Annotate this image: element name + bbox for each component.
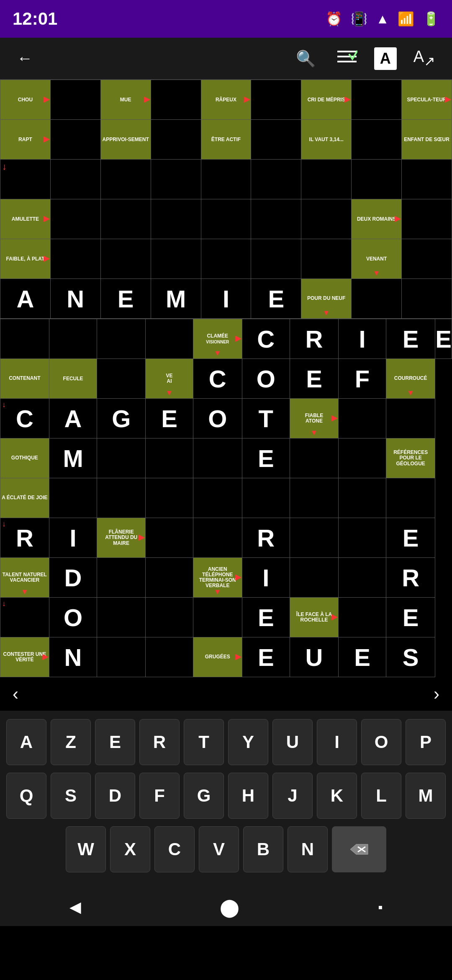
cell-letter-C3[interactable]: ↓ C	[0, 399, 49, 438]
cell-letter-A[interactable]: A	[49, 399, 97, 438]
clue-cell-clamee[interactable]: CLAMÉE ▶ VISIONNER ▼	[193, 319, 242, 359]
cell-letter-O[interactable]: O	[242, 359, 290, 399]
cell-letter-E[interactable]: E	[100, 279, 151, 319]
key-R[interactable]: R	[139, 719, 180, 765]
clue-cell-grugees[interactable]: GRUGÉES ▶	[193, 637, 242, 677]
next-button[interactable]: ›	[434, 684, 439, 704]
clue-cell-references[interactable]: RÉFÉRENCES POUR LE GÉOLOGUE	[386, 438, 435, 478]
cell-letter-E10[interactable]: E	[386, 598, 435, 637]
cell-letter-E6[interactable]: E	[145, 399, 193, 438]
clue-cell[interactable]: ENFANT DE SŒUR	[402, 120, 452, 160]
cell-letter-E5[interactable]: E	[290, 359, 339, 399]
cell-letter-F[interactable]: F	[339, 359, 386, 399]
key-Y[interactable]: Y	[228, 719, 268, 765]
check-button[interactable]	[332, 44, 362, 73]
clue-cell[interactable]: SPECULA-TEUR ▶	[402, 80, 452, 120]
key-N[interactable]: N	[288, 826, 328, 872]
cell-letter-U[interactable]: U	[290, 637, 339, 677]
key-backspace[interactable]	[332, 826, 386, 872]
clue-cell[interactable]: MUE ▶	[100, 80, 151, 120]
key-Z[interactable]: Z	[51, 719, 91, 765]
cell-letter-E8[interactable]: E	[386, 518, 435, 558]
key-G[interactable]: G	[184, 773, 224, 819]
cell-letter-I2[interactable]: I	[242, 558, 290, 598]
square-nav-button[interactable]: ▪	[378, 900, 383, 915]
key-E[interactable]: E	[95, 719, 135, 765]
key-O[interactable]: O	[361, 719, 401, 765]
cell-letter-M[interactable]: M	[151, 279, 201, 319]
key-L[interactable]: L	[361, 773, 401, 819]
key-W[interactable]: W	[66, 826, 106, 872]
clue-cell-contenant[interactable]: CONTENANT	[0, 359, 49, 399]
clue-cell-ancien-tel[interactable]: ANCIEN TÉLÉPHONE ▶ TERMINAI-SON VERBALE …	[193, 558, 242, 598]
clue-cell-fiable[interactable]: FIABLE ▶ ATONE ▼	[290, 399, 339, 438]
cell-letter-E3[interactable]: E	[386, 319, 435, 359]
clue-cell-flanerie[interactable]: FLÂNERIE ▶ ATTENDU DU MAIRE	[97, 518, 146, 558]
key-F[interactable]: F	[139, 773, 180, 819]
cell-letter-E2[interactable]: E	[251, 279, 301, 319]
cell-letter-T[interactable]: T	[242, 399, 290, 438]
clue-cell[interactable]: RAPT ▶	[0, 120, 51, 160]
cell-letter-O2[interactable]: O	[193, 399, 242, 438]
cell-letter-E11[interactable]: E	[242, 637, 290, 677]
key-S[interactable]: S	[51, 773, 91, 819]
cell-letter-N[interactable]: N	[50, 279, 100, 319]
font-a-button[interactable]: A	[374, 47, 397, 70]
key-U[interactable]: U	[272, 719, 313, 765]
cell-letter-A[interactable]: A	[0, 279, 51, 319]
clue-cell[interactable]: DEUX ROMAINS ▶	[352, 199, 402, 239]
cell-letter-S[interactable]: S	[386, 637, 435, 677]
back-nav-button[interactable]: ◀	[69, 898, 81, 916]
cell-letter-C[interactable]: C	[242, 319, 290, 359]
cell-letter-I[interactable]: I	[339, 319, 386, 359]
clue-cell[interactable]: FAIBLE, À PLAT ▶	[0, 239, 51, 279]
cell-letter-N[interactable]: N	[49, 637, 97, 677]
clue-cell-talent[interactable]: TALENT NATUREL ▼ VACANCIER	[0, 558, 49, 598]
key-C[interactable]: C	[154, 826, 195, 872]
key-V[interactable]: V	[199, 826, 239, 872]
clue-cell[interactable]: RÂPEUX ▶	[201, 80, 251, 120]
cell-empty[interactable]: ↓	[0, 160, 51, 199]
cell-letter-G[interactable]: G	[97, 399, 146, 438]
cell-letter-R3[interactable]: R	[386, 558, 435, 598]
clue-cell-ile-face[interactable]: ÎLE FACE À LA ROCHELLE ▶	[290, 598, 339, 637]
clue-cell-gothique[interactable]: GOTHIQUE	[0, 438, 49, 478]
cell-empty[interactable]: ↓	[0, 598, 49, 637]
cell-letter-D[interactable]: D	[49, 558, 97, 598]
cell-letter-R[interactable]: ↓ R	[0, 518, 49, 558]
prev-button[interactable]: ‹	[13, 684, 18, 704]
key-Q[interactable]: Q	[6, 773, 46, 819]
key-P[interactable]: P	[406, 719, 446, 765]
cell-letter-C2[interactable]: C	[193, 359, 242, 399]
clue-cell-courrouce[interactable]: COURROUCÉ ▼	[386, 359, 435, 399]
cell-letter-R2[interactable]: R	[242, 518, 290, 558]
clue-cell[interactable]: AMULETTE ▶	[0, 199, 51, 239]
key-D[interactable]: D	[95, 773, 135, 819]
key-B[interactable]: B	[243, 826, 283, 872]
key-K[interactable]: K	[317, 773, 357, 819]
clue-cell[interactable]: POUR DU NEUF ▼	[301, 279, 352, 319]
cell-letter-R[interactable]: R	[290, 319, 339, 359]
cell-letter-E4[interactable]: E	[435, 319, 452, 359]
key-T[interactable]: T	[184, 719, 224, 765]
cell-letter-E12[interactable]: E	[339, 637, 386, 677]
clue-cell[interactable]: APPRIVOI-SEMENT	[100, 120, 151, 160]
key-X[interactable]: X	[110, 826, 150, 872]
cell-letter-I[interactable]: I	[49, 518, 97, 558]
key-M[interactable]: M	[406, 773, 446, 819]
clue-cell-eclate[interactable]: A ÉCLATÉ DE JOIE	[0, 478, 49, 518]
key-J[interactable]: J	[272, 773, 313, 819]
clue-cell[interactable]: CHOU ▶	[0, 80, 51, 120]
cell-letter-E9[interactable]: E	[242, 598, 290, 637]
clue-cell[interactable]: CRI DE MÉPRIS ▶	[301, 80, 352, 120]
key-A[interactable]: A	[6, 719, 46, 765]
search-button[interactable]: 🔍	[292, 45, 320, 72]
clue-cell[interactable]: ÊTRE ACTIF	[201, 120, 251, 160]
cell-letter-I[interactable]: I	[201, 279, 251, 319]
clue-cell-contester[interactable]: CONTESTER UNE VÉRITÉ ▶	[0, 637, 49, 677]
key-H[interactable]: H	[228, 773, 268, 819]
clue-cell[interactable]: IL VAUT 3,14...	[301, 120, 352, 160]
cell-letter-E7[interactable]: E	[242, 438, 290, 478]
cell-letter-O3[interactable]: O	[49, 598, 97, 637]
clue-cell-ve[interactable]: VE AI ▼	[145, 359, 193, 399]
